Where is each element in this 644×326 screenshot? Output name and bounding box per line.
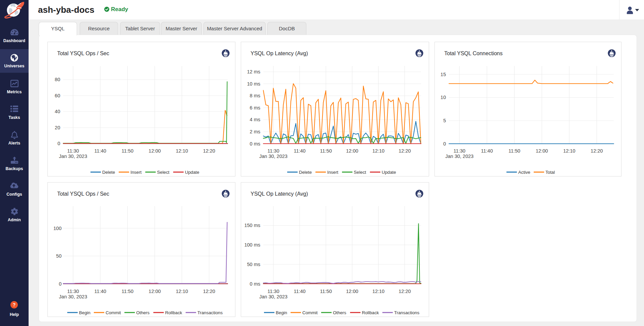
svg-text:12:00: 12:00 [149, 289, 161, 294]
svg-text:Total YSQL Connections: Total YSQL Connections [444, 51, 502, 56]
svg-text:Total YSQL Ops / Sec: Total YSQL Ops / Sec [57, 51, 109, 56]
svg-text:11:40: 11:40 [294, 289, 305, 294]
svg-text:11:40: 11:40 [94, 289, 106, 294]
svg-text:Begin: Begin [276, 310, 287, 315]
svg-text:12:10: 12:10 [176, 289, 188, 294]
svg-text:100: 100 [53, 226, 62, 231]
svg-text:80: 80 [55, 77, 60, 82]
svg-text:Transactions: Transactions [394, 310, 419, 315]
svg-text:Total: Total [545, 170, 555, 175]
svg-text:20: 20 [55, 125, 60, 130]
svg-text:100 ms: 100 ms [244, 242, 260, 248]
svg-text:5: 5 [443, 118, 446, 123]
svg-text:11:50: 11:50 [320, 289, 332, 294]
svg-text:12:10: 12:10 [372, 148, 384, 154]
svg-text:10 ms: 10 ms [247, 81, 261, 87]
svg-text:12:20: 12:20 [203, 289, 215, 294]
svg-text:12:10: 12:10 [176, 148, 188, 154]
svg-text:11:50: 11:50 [121, 148, 133, 154]
svg-text:0: 0 [58, 141, 60, 146]
svg-text:Commit: Commit [106, 310, 121, 315]
svg-text:2 ms: 2 ms [250, 129, 260, 134]
svg-text:12:20: 12:20 [399, 148, 411, 154]
svg-text:11:40: 11:40 [94, 148, 106, 154]
svg-text:11:50: 11:50 [121, 289, 133, 294]
svg-text:150 ms: 150 ms [244, 223, 260, 228]
svg-text:12:10: 12:10 [372, 289, 384, 294]
svg-text:11:30: 11:30 [454, 148, 465, 154]
svg-text:Insert: Insert [327, 170, 338, 175]
svg-text:0: 0 [59, 281, 62, 287]
svg-text:10: 10 [441, 95, 446, 100]
svg-text:0 ms: 0 ms [250, 281, 260, 287]
svg-text:Active: Active [518, 170, 530, 175]
svg-text:11:50: 11:50 [508, 148, 520, 154]
svg-text:Commit: Commit [302, 310, 318, 315]
svg-text:12:20: 12:20 [399, 289, 411, 294]
svg-text:Jan 30, 2023: Jan 30, 2023 [59, 294, 87, 299]
svg-text:8 ms: 8 ms [250, 93, 260, 98]
svg-text:0: 0 [443, 141, 446, 146]
svg-text:Update: Update [185, 170, 199, 175]
svg-text:Delete: Delete [299, 170, 312, 175]
svg-text:15: 15 [441, 72, 446, 77]
svg-text:50 ms: 50 ms [247, 262, 261, 267]
svg-text:YSQL Op Latency (Avg): YSQL Op Latency (Avg) [251, 191, 308, 197]
svg-text:Delete: Delete [102, 170, 115, 175]
svg-text:12 ms: 12 ms [247, 69, 261, 74]
svg-text:Rollback: Rollback [362, 310, 379, 315]
svg-text:40: 40 [55, 109, 60, 114]
svg-text:Begin: Begin [79, 310, 90, 315]
svg-text:12:00: 12:00 [149, 148, 161, 154]
svg-text:Others: Others [136, 310, 150, 315]
svg-text:11:30: 11:30 [267, 289, 279, 294]
svg-text:Others: Others [333, 310, 346, 315]
svg-text:Jan 30, 2023: Jan 30, 2023 [445, 154, 473, 159]
svg-text:11:50: 11:50 [320, 148, 332, 154]
svg-text:11:30: 11:30 [267, 148, 279, 154]
svg-text:Total YSQL Ops / Sec: Total YSQL Ops / Sec [57, 191, 109, 197]
svg-text:Select: Select [354, 170, 366, 175]
svg-text:11:30: 11:30 [67, 289, 79, 294]
svg-text:11:30: 11:30 [67, 148, 79, 154]
svg-text:50: 50 [56, 253, 62, 259]
svg-text:?: ? [13, 302, 16, 307]
svg-text:11:40: 11:40 [481, 148, 493, 154]
svg-text:4 ms: 4 ms [250, 117, 260, 122]
svg-text:Rollback: Rollback [165, 310, 182, 315]
svg-text:12:10: 12:10 [563, 148, 575, 154]
svg-text:12:20: 12:20 [203, 148, 215, 154]
svg-text:Jan 30, 2023: Jan 30, 2023 [59, 154, 87, 159]
svg-text:Jan 30, 2023: Jan 30, 2023 [259, 294, 288, 299]
svg-text:60: 60 [55, 93, 60, 98]
svg-text:Transactions: Transactions [197, 310, 223, 315]
svg-text:12:00: 12:00 [346, 148, 358, 154]
svg-text:YSQL Op Latency (Avg): YSQL Op Latency (Avg) [251, 51, 308, 56]
svg-text:Jan 30, 2023: Jan 30, 2023 [259, 154, 288, 159]
svg-text:Select: Select [157, 170, 169, 175]
svg-text:Insert: Insert [130, 170, 142, 175]
svg-text:11:40: 11:40 [294, 148, 305, 154]
svg-text:12:20: 12:20 [591, 148, 603, 154]
svg-text:6 ms: 6 ms [250, 105, 260, 110]
svg-text:12:00: 12:00 [346, 289, 358, 294]
svg-text:0 ms: 0 ms [250, 141, 260, 146]
svg-text:12:00: 12:00 [536, 148, 548, 154]
svg-text:Update: Update [382, 170, 396, 175]
